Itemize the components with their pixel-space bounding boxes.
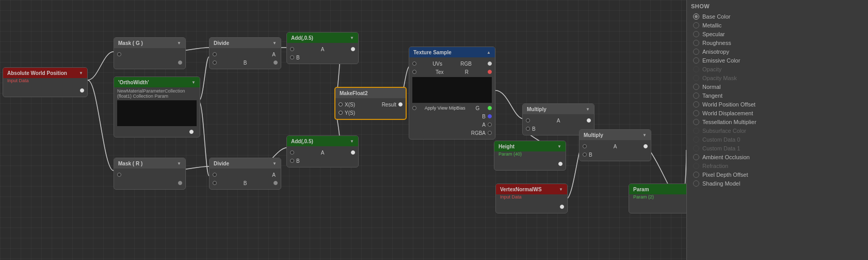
radio-custom-data-1[interactable] [693, 145, 699, 151]
radio-tangent[interactable] [693, 93, 699, 99]
panel-item-emissive[interactable]: Emissive Color [691, 56, 864, 65]
panel-item-anisotropy[interactable]: Anisotropy [691, 48, 864, 56]
panel-item-pixel-depth[interactable]: Pixel Depth Offset [691, 171, 864, 179]
node-abs-world-pos[interactable]: Absolute World Position ▼ Input Data [3, 67, 88, 97]
output-pin-result[interactable] [398, 102, 403, 106]
radio-normal[interactable] [693, 84, 699, 90]
radio-shading-model[interactable] [693, 180, 699, 187]
node-makefloat2[interactable]: MakeFloat2 X(S) Result Y(S) [334, 87, 407, 120]
panel-item-ambient-occlusion[interactable]: Ambient Occlusion [691, 153, 864, 161]
label-normal: Normal [702, 84, 720, 90]
radio-metallic[interactable] [693, 22, 699, 28]
pin-row-b: B [409, 112, 495, 120]
pin-row-b: B [210, 179, 281, 187]
panel-item-subsurface[interactable]: Subsurface Color [691, 127, 864, 135]
input-pin[interactable] [117, 52, 121, 56]
panel-item-normal[interactable]: Normal [691, 83, 864, 91]
input-pin-mipbias[interactable] [412, 106, 416, 110]
node-vertex-normal[interactable]: VertexNormalWS ▼ Input Data [495, 183, 568, 213]
output-pin[interactable] [178, 181, 182, 185]
panel-item-tangent[interactable]: Tangent [691, 91, 864, 100]
output-pin[interactable] [274, 181, 278, 185]
radio-subsurface[interactable] [693, 128, 699, 134]
input-pin-b[interactable] [290, 159, 294, 163]
input-pin-a[interactable] [290, 47, 294, 51]
output-pin[interactable] [351, 47, 355, 51]
node-divide-bot[interactable]: Divide ▼ A B [209, 158, 281, 190]
input-pin-b[interactable] [526, 127, 530, 131]
radio-tessellation[interactable] [693, 119, 699, 125]
input-pin-b[interactable] [290, 55, 294, 59]
input-pin-a[interactable] [213, 173, 217, 177]
output-pin[interactable] [587, 118, 591, 123]
radio-refraction[interactable] [693, 163, 699, 169]
output-pin[interactable] [178, 60, 182, 65]
panel-item-metallic[interactable]: Metallic [691, 21, 864, 29]
node-canvas[interactable]: Absolute World Position ▼ Input Data Mas… [0, 0, 686, 260]
output-pin-b[interactable] [488, 114, 492, 118]
input-pin-a[interactable] [583, 144, 587, 148]
output-pin[interactable] [189, 130, 194, 134]
input-pin-a[interactable] [526, 118, 530, 123]
radio-world-pos-offset[interactable] [693, 101, 699, 108]
input-pin-a[interactable] [213, 52, 217, 56]
panel-item-base-color[interactable]: Base Color [691, 12, 864, 21]
radio-emissive[interactable] [693, 57, 699, 64]
output-pin[interactable] [560, 205, 564, 209]
panel-item-custom-data-0[interactable]: Custom Data 0 [691, 135, 864, 144]
radio-ambient-occlusion[interactable] [693, 154, 699, 160]
input-pin-b[interactable] [583, 152, 587, 157]
input-pin-tex[interactable] [412, 70, 416, 74]
node-mask-r[interactable]: Mask ( R ) ▼ [114, 158, 186, 190]
input-pin[interactable] [117, 173, 121, 177]
radio-anisotropy[interactable] [693, 49, 699, 55]
node-mask-g[interactable]: Mask ( G ) ▼ [114, 37, 186, 69]
panel-item-world-displacement[interactable]: World Displacement [691, 109, 864, 117]
radio-custom-data-0[interactable] [693, 136, 699, 143]
node-multiply-2[interactable]: Multiply ▼ A B [579, 129, 651, 161]
output-pin[interactable] [351, 150, 355, 155]
label-refraction: Refraction [702, 163, 728, 169]
input-pin-uvs[interactable] [412, 62, 416, 66]
output-pin[interactable] [644, 144, 648, 148]
panel-item-tessellation[interactable]: Tessellation Multiplier [691, 118, 864, 126]
output-pin[interactable] [274, 60, 278, 65]
radio-pixel-depth[interactable] [693, 172, 699, 178]
input-pin-x[interactable] [339, 102, 343, 106]
node-height[interactable]: Height ▼ Param (40) [494, 141, 566, 171]
panel-item-custom-data-1[interactable]: Custom Data 1 [691, 144, 864, 152]
radio-opacity[interactable] [693, 66, 699, 72]
radio-roughness[interactable] [693, 40, 699, 46]
chevron-down-icon: ▼ [79, 71, 83, 75]
node-ortho-width[interactable]: 'OrthoWidth' ▼ NewMaterialParameterColle… [114, 77, 200, 137]
input-pin-b[interactable] [213, 181, 217, 185]
output-pin-r[interactable] [488, 70, 492, 74]
panel-item-shading-model[interactable]: Shading Model [691, 179, 864, 188]
panel-item-opacity[interactable]: Opacity [691, 65, 864, 73]
output-pin[interactable] [80, 88, 84, 93]
node-add-top[interactable]: Add(,0.5) ▼ A B [286, 32, 359, 64]
node-add-bot[interactable]: Add(,0.5) ▼ A B [286, 135, 359, 167]
input-pin-a[interactable] [290, 150, 294, 155]
node-input-row [114, 171, 185, 179]
radio-opacity-mask[interactable] [693, 75, 699, 81]
radio-base-color[interactable] [693, 13, 699, 20]
node-divide-top[interactable]: Divide ▼ A B [209, 37, 281, 69]
output-pin-a[interactable] [488, 123, 492, 127]
radio-world-displacement[interactable] [693, 110, 699, 116]
output-pin-rgb[interactable] [488, 62, 492, 66]
node-texture-sample[interactable]: Texture Sample ▲ UVs RGB Tex R Apply Vie… [409, 47, 495, 140]
panel-item-world-pos-offset[interactable]: World Position Offset [691, 100, 864, 109]
panel-item-opacity-mask[interactable]: Opacity Mask [691, 74, 864, 82]
input-pin-b[interactable] [213, 60, 217, 65]
panel-item-specular[interactable]: Specular [691, 30, 864, 38]
output-pin-g[interactable] [488, 106, 492, 110]
node-param[interactable]: Param ▼ Param (2) [629, 183, 686, 213]
pin-row-a: A [210, 50, 281, 58]
panel-item-refraction[interactable]: Refraction [691, 162, 864, 170]
output-pin-rgba[interactable] [488, 131, 492, 135]
radio-specular[interactable] [693, 31, 699, 37]
panel-item-roughness[interactable]: Roughness [691, 39, 864, 47]
input-pin-y[interactable] [339, 111, 343, 115]
output-pin[interactable] [558, 162, 562, 166]
